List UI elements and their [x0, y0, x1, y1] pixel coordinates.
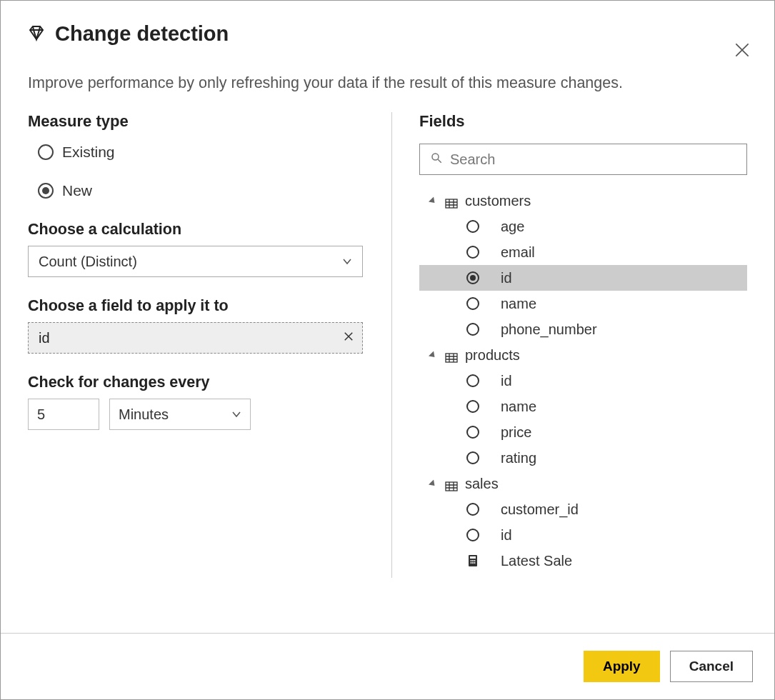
field-name: name [501, 399, 536, 415]
field-radio-icon [466, 271, 479, 284]
interval-unit-dropdown[interactable]: Minutes [109, 399, 251, 430]
field-row[interactable]: name [419, 291, 747, 316]
table-name: sales [465, 476, 499, 492]
field-row[interactable]: id [419, 368, 747, 394]
dialog-title: Change detection [55, 22, 229, 46]
radio-icon [38, 144, 54, 160]
field-row[interactable]: rating [419, 445, 747, 471]
expand-icon [429, 196, 437, 205]
dialog-subtitle: Improve performance by only refreshing y… [1, 46, 774, 92]
field-name: customer_id [501, 501, 579, 518]
svg-point-0 [432, 154, 439, 160]
calculation-dropdown[interactable]: Count (Distinct) [28, 246, 363, 277]
field-name: age [501, 219, 524, 235]
svg-rect-3 [446, 482, 457, 491]
field-name: phone_number [501, 321, 597, 338]
search-input[interactable] [450, 151, 736, 168]
svg-rect-1 [446, 199, 457, 208]
field-radio-icon [466, 503, 479, 516]
radio-new-label: New [62, 182, 92, 199]
fields-tree[interactable]: customersageemailidnamephone_numberprodu… [419, 188, 761, 578]
field-row[interactable]: price [419, 419, 747, 445]
table-row[interactable]: sales [419, 471, 747, 496]
svg-point-7 [472, 560, 474, 561]
field-radio-icon [466, 529, 479, 541]
field-row[interactable]: name [419, 394, 747, 419]
field-row[interactable]: age [419, 214, 747, 239]
interval-value-input[interactable]: 5 [28, 399, 99, 430]
radio-existing[interactable]: Existing [38, 144, 363, 161]
field-radio-icon [466, 220, 479, 233]
table-name: products [465, 347, 520, 364]
field-radio-icon [466, 426, 479, 439]
field-name: id [501, 270, 512, 286]
field-row[interactable]: email [419, 239, 747, 265]
field-name: rating [501, 450, 536, 466]
expand-icon [429, 479, 437, 488]
field-radio-icon [466, 451, 479, 464]
field-row[interactable]: customer_id [419, 496, 747, 522]
calculation-value: Count (Distinct) [39, 254, 137, 270]
svg-rect-5 [470, 556, 476, 559]
chevron-down-icon [342, 254, 352, 270]
apply-button[interactable]: Apply [584, 651, 660, 682]
radio-icon [38, 183, 54, 199]
field-radio-icon [466, 400, 479, 413]
field-row[interactable]: id [419, 265, 747, 291]
svg-point-11 [474, 562, 476, 564]
field-radio-icon [466, 323, 479, 336]
field-name: Latest Sale [501, 553, 572, 569]
fields-label: Fields [419, 112, 747, 131]
field-name: email [501, 244, 535, 261]
field-row[interactable]: id [419, 522, 747, 548]
svg-point-9 [471, 562, 472, 564]
table-icon [445, 196, 458, 206]
svg-point-6 [471, 560, 472, 561]
field-radio-icon [466, 246, 479, 259]
apply-field-label: Choose a field to apply it to [28, 297, 363, 315]
selected-field-value: id [39, 330, 50, 346]
field-radio-icon [466, 297, 479, 310]
interval-unit-value: Minutes [119, 406, 169, 423]
table-name: customers [465, 193, 531, 209]
radio-new[interactable]: New [38, 182, 363, 199]
svg-rect-2 [446, 354, 457, 362]
field-row[interactable]: product_id [419, 574, 747, 578]
field-row[interactable]: Latest Sale [419, 548, 747, 574]
table-icon [445, 479, 458, 489]
cancel-button[interactable]: Cancel [670, 651, 753, 682]
clear-field-button[interactable] [342, 330, 355, 346]
field-row[interactable]: phone_number [419, 316, 747, 342]
radio-existing-label: Existing [62, 144, 115, 161]
svg-point-8 [474, 560, 476, 561]
table-icon [445, 350, 458, 360]
measure-type-label: Measure type [28, 112, 363, 131]
expand-icon [429, 351, 437, 359]
field-name: price [501, 424, 531, 441]
search-icon [430, 151, 443, 167]
field-name: id [501, 373, 512, 389]
chevron-down-icon [231, 406, 241, 423]
table-row[interactable]: customers [419, 188, 747, 214]
fields-search[interactable] [419, 144, 747, 175]
close-button[interactable] [733, 41, 751, 62]
selected-field-box[interactable]: id [28, 322, 363, 354]
calculation-label: Choose a calculation [28, 221, 363, 239]
diamond-icon [28, 24, 45, 44]
measure-icon [468, 554, 479, 567]
table-row[interactable]: products [419, 342, 747, 368]
field-name: id [501, 527, 512, 544]
interval-label: Check for changes every [28, 374, 363, 391]
svg-point-10 [472, 562, 474, 564]
field-radio-icon [466, 374, 479, 387]
field-name: name [501, 296, 536, 312]
